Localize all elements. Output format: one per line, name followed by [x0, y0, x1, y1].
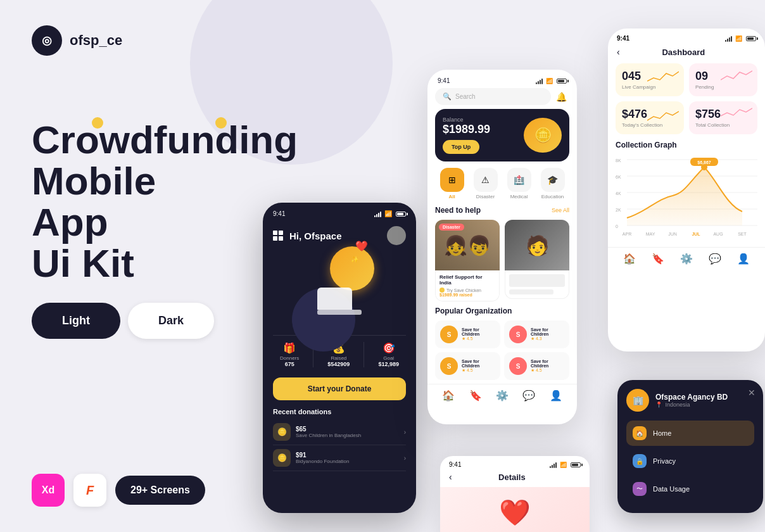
balance-label: Balance: [443, 117, 490, 123]
cat-disaster[interactable]: ⚠ Disaster: [474, 168, 498, 200]
figma-icon: F: [86, 483, 94, 498]
donation-arrow-1: ›: [404, 429, 406, 436]
cat-education[interactable]: 🎓 Education: [541, 168, 565, 200]
light-theme-button[interactable]: Light: [32, 303, 120, 339]
dash-nav-settings[interactable]: ⚙️: [680, 253, 693, 265]
close-icon[interactable]: ✕: [748, 388, 756, 398]
collection-graph: Collection Graph 8K 6K 4K 2K 0: [608, 141, 765, 243]
graph-title: Collection Graph: [616, 141, 757, 149]
donate-button[interactable]: Start your Donate: [273, 377, 406, 400]
nav-messages[interactable]: 💬: [522, 390, 535, 402]
menu-item-home[interactable]: 🏠 Home: [626, 421, 754, 446]
left-section: ◎ ofsp_ce Crowdfunding Mobile App Ui Kit…: [0, 0, 266, 532]
org-info-3: Save for Children ★ 4.5: [462, 359, 495, 373]
search-bar[interactable]: 🔍 Search: [435, 88, 551, 105]
search-text: Search: [455, 93, 543, 100]
card-profile: 🏢 Ofspace Agancy BD 📍 Indonesia: [626, 389, 754, 412]
svg-text:JUL: JUL: [692, 232, 700, 236]
nav-bookmark[interactable]: 🔖: [469, 390, 482, 402]
org-info-1: Save for Children ★ 4.5: [462, 327, 495, 341]
org-card-4: S Save for Children ★ 4.5: [504, 352, 569, 380]
balance-card: Balance $1989.99 Top Up 🪙: [435, 109, 569, 162]
campaign-card-2: 🧑: [505, 220, 569, 301]
cat-all[interactable]: ⊞ All: [440, 168, 464, 200]
donners-value: 675: [280, 361, 299, 367]
logo-area: ◎ ofsp_ce: [32, 25, 234, 56]
nav-home[interactable]: 🏠: [442, 390, 455, 402]
live-campaign-label: Live Campaign: [622, 84, 678, 90]
line-chart: 8K 6K 4K 2K 0: [616, 155, 757, 243]
org-avatar-card: 🏢: [626, 389, 649, 412]
phone-dashboard: 9:41 📶 ‹ Dashboard 045 Live Campaign 09: [608, 28, 765, 352]
org-name-1: Save for Children: [462, 327, 495, 336]
campaign-cards: 👧👦 Disaster Relief Support for India Try…: [435, 220, 569, 301]
disaster-badge: Disaster: [439, 224, 464, 231]
popular-org-title: Popular Organization: [435, 307, 569, 315]
donation-org-1: Save Children in Bangladesh: [296, 433, 404, 438]
svg-text:APR: APR: [623, 232, 631, 236]
donation-amount-1: $65: [296, 426, 404, 433]
time-light: 9:41: [438, 77, 450, 84]
balance-coin-icon: 🪙: [524, 118, 562, 153]
xd-badge: Xd: [32, 474, 65, 507]
dash-nav-bookmark[interactable]: 🔖: [652, 253, 664, 265]
decorative-dot-2: [215, 117, 227, 129]
balance-amount: $1989.99: [443, 123, 490, 136]
dash-nav-home[interactable]: 🏠: [623, 253, 636, 265]
donation-item-1: 🪙 $65 Save Children in Bangladesh ›: [273, 419, 406, 445]
recent-donations: Recent donations 🪙 $65 Save Children in …: [273, 408, 406, 471]
notification-icon[interactable]: 🔔: [556, 92, 567, 102]
campaign-skeleton: [509, 289, 553, 294]
menu-item-privacy[interactable]: 🔒 Privacy: [626, 448, 754, 474]
menu-item-data-usage[interactable]: 〜 Data Usage: [626, 476, 754, 502]
back-arrow[interactable]: ‹: [617, 47, 620, 57]
campaign-img-2: 🧑: [505, 220, 569, 270]
see-all-link[interactable]: See All: [552, 207, 569, 213]
goal-icon: 🎯: [378, 342, 399, 354]
home-menu-label: Home: [653, 429, 671, 437]
dash-nav-profile[interactable]: 👤: [737, 253, 750, 265]
user-avatar-dark: [387, 226, 406, 245]
pending-chart: [721, 68, 752, 84]
coin-illustration: ❤️ ✨: [282, 250, 396, 332]
donation-icon-1: 🪙: [273, 423, 291, 441]
logo-text: ofsp_ce: [70, 32, 122, 49]
dash-nav-messages[interactable]: 💬: [709, 253, 721, 265]
details-illustration: ❤️: [440, 487, 590, 532]
cat-education-icon: 🎓: [541, 168, 565, 192]
details-back-arrow[interactable]: ‹: [449, 472, 452, 482]
card-menu: 🏠 Home 🔒 Privacy 〜 Data Usage: [626, 421, 754, 502]
cat-disaster-label: Disaster: [474, 194, 498, 200]
donation-org-2: Bidyanondo Foundation: [296, 459, 404, 464]
cat-disaster-icon: ⚠: [474, 168, 498, 192]
person-emoji: 🧑: [526, 234, 549, 256]
donation-info-2: $91 Bidyanondo Foundation: [296, 452, 404, 464]
org-rating-3: ★ 4.5: [462, 368, 495, 373]
need-help-section: Need to help See All 👧👦 Disaster Relief …: [427, 206, 577, 301]
chart-area: 8K 6K 4K 2K 0: [616, 155, 757, 243]
cat-medical-label: Medical: [507, 194, 531, 200]
topup-button[interactable]: Top Up: [443, 140, 479, 154]
location-pin-icon: 📍: [655, 402, 662, 408]
svg-text:MAY: MAY: [646, 232, 655, 236]
org-location-card: 📍 Indonesia: [655, 402, 728, 408]
stat-donners: 🎁 Donners 675: [280, 342, 299, 367]
status-icons-dark: 📶: [374, 210, 406, 217]
heart-decor: ❤️: [355, 240, 368, 252]
stat-pending: 09 Pending: [689, 63, 757, 96]
nav-profile[interactable]: 👤: [550, 390, 562, 402]
org-rating-1: ★ 4.5: [462, 336, 495, 341]
org-avatar-1: S: [440, 326, 458, 343]
dark-theme-button[interactable]: Dark: [128, 303, 214, 339]
stat-goal: 🎯 Goal $12,989: [378, 342, 399, 367]
campaign-card-1: 👧👦 Disaster Relief Support for India Try…: [435, 220, 500, 301]
org-card-1: S Save for Children ★ 4.5: [435, 320, 500, 348]
need-help-header: Need to help See All: [435, 206, 569, 215]
org-card-3: S Save for Children ★ 4.5: [435, 352, 500, 380]
org-name-4: Save for Children: [531, 359, 564, 368]
nav-settings[interactable]: ⚙️: [496, 390, 509, 402]
cat-medical[interactable]: 🏥 Medical: [507, 168, 531, 200]
org-card-2: S Save for Children ★ 4.3: [504, 320, 569, 348]
dash-status-bar: 9:41 📶: [608, 28, 765, 44]
org-info-2: Save for Children ★ 4.3: [531, 327, 564, 341]
